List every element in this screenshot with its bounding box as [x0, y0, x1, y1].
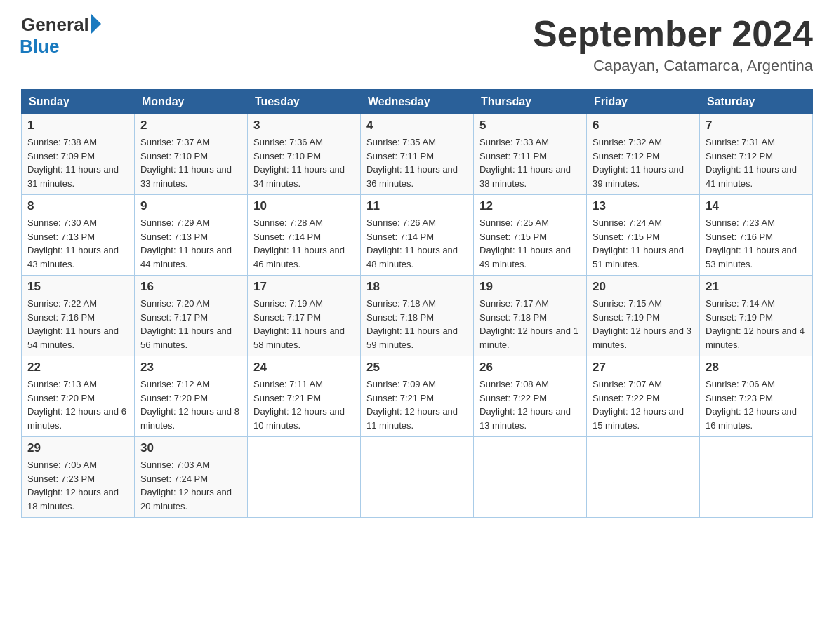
day-info: Sunrise: 7:18 AMSunset: 7:18 PMDaylight:… — [366, 297, 468, 351]
day-number: 24 — [253, 361, 355, 375]
calendar-week-3: 15Sunrise: 7:22 AMSunset: 7:16 PMDayligh… — [22, 276, 813, 356]
day-number: 21 — [706, 280, 807, 294]
page-title: September 2024 — [533, 14, 813, 54]
day-number: 20 — [593, 280, 694, 294]
day-number: 3 — [253, 119, 355, 133]
calendar-cell: 5Sunrise: 7:33 AMSunset: 7:11 PMDaylight… — [474, 114, 587, 195]
calendar-cell: 23Sunrise: 7:12 AMSunset: 7:20 PMDayligh… — [135, 356, 248, 437]
day-number: 13 — [593, 199, 694, 213]
calendar-cell: 15Sunrise: 7:22 AMSunset: 7:16 PMDayligh… — [22, 276, 135, 356]
day-info: Sunrise: 7:17 AMSunset: 7:18 PMDaylight:… — [479, 297, 581, 351]
day-info: Sunrise: 7:29 AMSunset: 7:13 PMDaylight:… — [140, 216, 241, 271]
title-block: September 2024 Capayan, Catamarca, Argen… — [533, 14, 813, 75]
calendar-cell — [474, 437, 587, 518]
day-info: Sunrise: 7:07 AMSunset: 7:22 PMDaylight:… — [593, 377, 694, 432]
day-info: Sunrise: 7:37 AMSunset: 7:10 PMDaylight:… — [140, 135, 241, 190]
page-header: General Blue September 2024 Capayan, Cat… — [21, 14, 813, 75]
day-info: Sunrise: 7:19 AMSunset: 7:17 PMDaylight:… — [253, 297, 355, 351]
day-number: 5 — [479, 119, 581, 133]
page-subtitle: Capayan, Catamarca, Argentina — [533, 57, 813, 75]
day-info: Sunrise: 7:06 AMSunset: 7:23 PMDaylight:… — [706, 377, 807, 432]
calendar-cell — [248, 437, 361, 518]
col-monday: Monday — [135, 90, 248, 114]
logo: General Blue — [21, 14, 101, 58]
day-info: Sunrise: 7:23 AMSunset: 7:16 PMDaylight:… — [706, 216, 807, 271]
day-info: Sunrise: 7:14 AMSunset: 7:19 PMDaylight:… — [706, 297, 807, 351]
col-thursday: Thursday — [474, 90, 587, 114]
calendar-cell: 26Sunrise: 7:08 AMSunset: 7:22 PMDayligh… — [474, 356, 587, 437]
calendar-cell: 7Sunrise: 7:31 AMSunset: 7:12 PMDaylight… — [700, 114, 813, 195]
calendar-cell: 4Sunrise: 7:35 AMSunset: 7:11 PMDaylight… — [361, 114, 474, 195]
calendar-cell: 19Sunrise: 7:17 AMSunset: 7:18 PMDayligh… — [474, 276, 587, 356]
day-info: Sunrise: 7:08 AMSunset: 7:22 PMDaylight:… — [479, 377, 581, 432]
day-number: 8 — [27, 199, 128, 213]
calendar-week-4: 22Sunrise: 7:13 AMSunset: 7:20 PMDayligh… — [22, 356, 813, 437]
day-number: 27 — [593, 361, 694, 375]
day-info: Sunrise: 7:25 AMSunset: 7:15 PMDaylight:… — [479, 216, 581, 271]
day-info: Sunrise: 7:13 AMSunset: 7:20 PMDaylight:… — [27, 377, 128, 432]
day-number: 15 — [27, 280, 128, 294]
calendar-cell: 9Sunrise: 7:29 AMSunset: 7:13 PMDaylight… — [135, 195, 248, 276]
calendar-cell: 8Sunrise: 7:30 AMSunset: 7:13 PMDaylight… — [22, 195, 135, 276]
calendar-cell: 16Sunrise: 7:20 AMSunset: 7:17 PMDayligh… — [135, 276, 248, 356]
day-number: 11 — [366, 199, 468, 213]
day-info: Sunrise: 7:09 AMSunset: 7:21 PMDaylight:… — [366, 377, 468, 432]
logo-general-text: General — [21, 14, 89, 36]
calendar-cell: 18Sunrise: 7:18 AMSunset: 7:18 PMDayligh… — [361, 276, 474, 356]
calendar-cell: 30Sunrise: 7:03 AMSunset: 7:24 PMDayligh… — [135, 437, 248, 518]
calendar-cell: 6Sunrise: 7:32 AMSunset: 7:12 PMDaylight… — [587, 114, 700, 195]
day-number: 29 — [27, 441, 128, 455]
day-number: 19 — [479, 280, 581, 294]
day-number: 22 — [27, 361, 128, 375]
day-number: 28 — [706, 361, 807, 375]
calendar-cell: 25Sunrise: 7:09 AMSunset: 7:21 PMDayligh… — [361, 356, 474, 437]
day-info: Sunrise: 7:11 AMSunset: 7:21 PMDaylight:… — [253, 377, 355, 432]
day-number: 1 — [27, 119, 128, 133]
col-friday: Friday — [587, 90, 700, 114]
day-number: 7 — [706, 119, 807, 133]
col-saturday: Saturday — [700, 90, 813, 114]
calendar-cell: 29Sunrise: 7:05 AMSunset: 7:23 PMDayligh… — [22, 437, 135, 518]
day-number: 6 — [593, 119, 694, 133]
calendar-week-5: 29Sunrise: 7:05 AMSunset: 7:23 PMDayligh… — [22, 437, 813, 518]
calendar-cell: 17Sunrise: 7:19 AMSunset: 7:17 PMDayligh… — [248, 276, 361, 356]
day-info: Sunrise: 7:24 AMSunset: 7:15 PMDaylight:… — [593, 216, 694, 271]
calendar-cell: 27Sunrise: 7:07 AMSunset: 7:22 PMDayligh… — [587, 356, 700, 437]
day-info: Sunrise: 7:20 AMSunset: 7:17 PMDaylight:… — [140, 297, 241, 351]
day-number: 16 — [140, 280, 241, 294]
day-number: 12 — [479, 199, 581, 213]
col-sunday: Sunday — [22, 90, 135, 114]
calendar-week-1: 1Sunrise: 7:38 AMSunset: 7:09 PMDaylight… — [22, 114, 813, 195]
day-info: Sunrise: 7:31 AMSunset: 7:12 PMDaylight:… — [706, 135, 807, 190]
day-info: Sunrise: 7:26 AMSunset: 7:14 PMDaylight:… — [366, 216, 468, 271]
day-info: Sunrise: 7:28 AMSunset: 7:14 PMDaylight:… — [253, 216, 355, 271]
calendar-header-row: Sunday Monday Tuesday Wednesday Thursday… — [22, 90, 813, 114]
calendar-cell: 14Sunrise: 7:23 AMSunset: 7:16 PMDayligh… — [700, 195, 813, 276]
day-number: 17 — [253, 280, 355, 294]
day-info: Sunrise: 7:36 AMSunset: 7:10 PMDaylight:… — [253, 135, 355, 190]
day-number: 2 — [140, 119, 241, 133]
day-info: Sunrise: 7:03 AMSunset: 7:24 PMDaylight:… — [140, 458, 241, 513]
calendar-cell: 10Sunrise: 7:28 AMSunset: 7:14 PMDayligh… — [248, 195, 361, 276]
calendar-cell: 22Sunrise: 7:13 AMSunset: 7:20 PMDayligh… — [22, 356, 135, 437]
calendar-cell: 20Sunrise: 7:15 AMSunset: 7:19 PMDayligh… — [587, 276, 700, 356]
day-number: 23 — [140, 361, 241, 375]
day-number: 25 — [366, 361, 468, 375]
col-tuesday: Tuesday — [248, 90, 361, 114]
calendar-cell: 12Sunrise: 7:25 AMSunset: 7:15 PMDayligh… — [474, 195, 587, 276]
day-info: Sunrise: 7:30 AMSunset: 7:13 PMDaylight:… — [27, 216, 128, 271]
day-info: Sunrise: 7:22 AMSunset: 7:16 PMDaylight:… — [27, 297, 128, 351]
calendar-cell — [587, 437, 700, 518]
day-info: Sunrise: 7:32 AMSunset: 7:12 PMDaylight:… — [593, 135, 694, 190]
calendar-cell: 3Sunrise: 7:36 AMSunset: 7:10 PMDaylight… — [248, 114, 361, 195]
calendar-cell — [361, 437, 474, 518]
day-number: 14 — [706, 199, 807, 213]
logo-blue-text: Blue — [20, 36, 59, 58]
day-info: Sunrise: 7:15 AMSunset: 7:19 PMDaylight:… — [593, 297, 694, 351]
calendar-cell: 1Sunrise: 7:38 AMSunset: 7:09 PMDaylight… — [22, 114, 135, 195]
day-number: 9 — [140, 199, 241, 213]
day-number: 10 — [253, 199, 355, 213]
day-number: 26 — [479, 361, 581, 375]
day-info: Sunrise: 7:38 AMSunset: 7:09 PMDaylight:… — [27, 135, 128, 190]
day-info: Sunrise: 7:35 AMSunset: 7:11 PMDaylight:… — [366, 135, 468, 190]
